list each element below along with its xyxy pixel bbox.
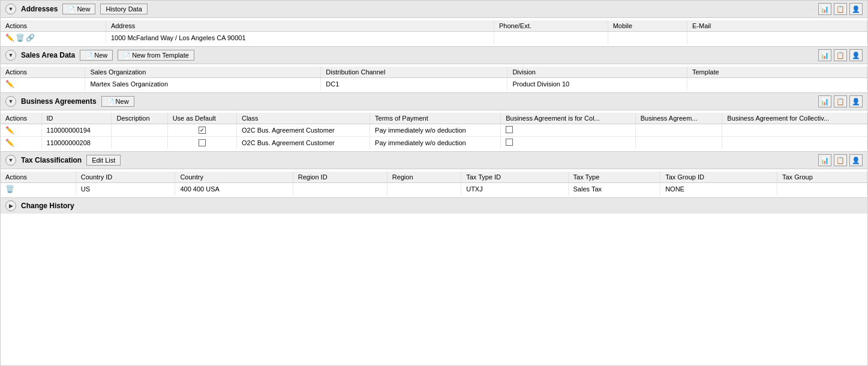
ba-row2-col1 [501, 137, 635, 149]
sales-area-table-wrapper: Actions Sales Organization Distribution … [1, 64, 867, 92]
ba-row1-col3 [722, 124, 867, 137]
tc-row1-tax-type: Sales Tax [568, 183, 660, 196]
tc-row1-region [387, 183, 461, 196]
business-agreements-table: Actions ID Description Use as Default Cl… [1, 113, 867, 149]
addresses-row-address: 1000 McFarland Way / Los Angeles CA 9000… [106, 32, 494, 44]
ba-col1-checkbox-2[interactable] [506, 139, 513, 146]
tax-classification-title: Tax Classification [21, 156, 82, 164]
tax-classification-header-right: 📊 📋 👤 [818, 154, 863, 166]
business-agreements-header-right: 📊 📋 👤 [818, 95, 863, 107]
ba-row2-default [167, 137, 236, 149]
change-history-toggle[interactable]: ▶ [5, 200, 16, 211]
addresses-col-address: Address [106, 20, 494, 32]
ba-col-class: Class [236, 113, 370, 124]
addresses-person-icon[interactable]: 👤 [849, 3, 863, 15]
addresses-toggle[interactable]: ▼ [5, 4, 16, 14]
tax-classification-toggle[interactable]: ▼ [5, 155, 16, 166]
sales-area-row-org: Martex Sales Organization [85, 78, 321, 91]
new-doc-icon: 📄 [68, 6, 75, 13]
tax-classification-table: Actions Country ID Country Region ID Reg… [1, 172, 867, 195]
addresses-row-mobile [608, 32, 687, 44]
addresses-chart-icon[interactable]: 📊 [818, 3, 831, 15]
sales-area-new-button[interactable]: 📄 New [80, 50, 113, 61]
sales-area-row-channel: DC1 [321, 78, 507, 91]
business-agreements-chart-icon[interactable]: 📊 [818, 95, 831, 107]
ba-row1-terms: Pay immediately w/o deduction [370, 124, 501, 137]
business-agreements-toggle[interactable]: ▼ [5, 96, 16, 107]
sales-area-person-icon[interactable]: 👤 [849, 49, 863, 61]
business-agreements-header-row: Actions ID Description Use as Default Cl… [1, 113, 867, 124]
change-history-section: ▶ Change History [1, 198, 867, 214]
use-default-checkbox-2[interactable] [199, 139, 206, 146]
addresses-table: Actions Address Phone/Ext. Mobile E-Mail… [1, 20, 867, 44]
ba-col-terms: Terms of Payment [370, 113, 501, 124]
tc-col-tax-group: Tax Group [777, 172, 867, 183]
sales-area-row-division: Product Division 10 [507, 78, 687, 91]
business-agreements-table-wrapper: Actions ID Description Use as Default Cl… [1, 110, 867, 151]
tc-row1-country: 400 400 USA [175, 183, 293, 196]
sales-area-chart-icon[interactable]: 📊 [818, 49, 831, 61]
addresses-header-row: Actions Address Phone/Ext. Mobile E-Mail [1, 20, 867, 32]
ba-row1-actions: ✏️ [1, 124, 41, 137]
sales-area-section: ▼ Sales Area Data 📄 New 📄 New from Templ… [1, 47, 867, 93]
addresses-history-button[interactable]: History Data [100, 4, 148, 14]
table-row: ✏️ 110000000194 O2C Bus. Agreement Custo… [1, 124, 867, 137]
ba-row2-description [112, 137, 167, 149]
table-row: 🗑️ US 400 400 USA UTXJ Sales Tax NONE [1, 183, 867, 196]
sales-area-table: Actions Sales Organization Distribution … [1, 67, 867, 90]
delete-icon[interactable]: 🗑️ [5, 185, 14, 193]
addresses-export-icon[interactable]: 📋 [834, 3, 847, 15]
ba-row1-col1 [501, 124, 635, 137]
sales-area-export-icon[interactable]: 📋 [834, 49, 847, 61]
ba-col-description: Description [112, 113, 167, 124]
edit-icon[interactable]: ✏️ [5, 80, 14, 88]
edit-icon[interactable]: ✏️ [5, 34, 14, 42]
ba-col-default: Use as Default [167, 113, 236, 124]
ba-row1-default [167, 124, 236, 137]
tc-col-tax-group-id: Tax Group ID [660, 172, 777, 183]
addresses-col-actions: Actions [1, 20, 106, 32]
ba-row1-description [112, 124, 167, 137]
addresses-title: Addresses [21, 5, 58, 13]
business-agreements-export-icon[interactable]: 📋 [834, 95, 847, 107]
link-icon[interactable]: 🔗 [26, 34, 35, 42]
addresses-header-right: 📊 📋 👤 [818, 3, 863, 15]
tc-row1-tax-group-id: NONE [660, 183, 777, 196]
use-default-checkbox-1[interactable] [199, 127, 206, 134]
ba-col-col1: Business Agreement is for Col... [501, 113, 635, 124]
tc-col-tax-type-id: Tax Type ID [461, 172, 568, 183]
addresses-new-button[interactable]: 📄 New [62, 4, 95, 14]
tax-classification-header: ▼ Tax Classification Edit List 📊 📋 👤 [1, 152, 867, 169]
ba-row2-terms: Pay immediately w/o deduction [370, 137, 501, 149]
edit-icon[interactable]: ✏️ [5, 139, 14, 147]
tax-classification-section: ▼ Tax Classification Edit List 📊 📋 👤 Act… [1, 152, 867, 198]
tax-classification-export-icon[interactable]: 📋 [834, 154, 847, 166]
sales-area-header-right: 📊 📋 👤 [818, 49, 863, 61]
addresses-col-email: E-Mail [687, 20, 867, 32]
tc-row1-tax-group [777, 183, 867, 196]
ba-col-actions: Actions [1, 113, 41, 124]
sales-area-row-actions: ✏️ [1, 78, 85, 91]
sales-area-toggle[interactable]: ▼ [5, 50, 16, 61]
table-row: ✏️ 🗑️ 🔗 1000 McFarland Way / Los Angeles… [1, 32, 867, 44]
addresses-row-actions: ✏️ 🗑️ 🔗 [1, 32, 106, 44]
edit-icon[interactable]: ✏️ [5, 126, 14, 134]
addresses-section: ▼ Addresses 📄 New History Data 📊 📋 👤 Act… [1, 1, 867, 47]
ba-col1-checkbox-1[interactable] [506, 126, 513, 133]
tax-classification-edit-list-button[interactable]: Edit List [86, 155, 121, 166]
tax-classification-chart-icon[interactable]: 📊 [818, 154, 831, 166]
sales-area-new-template-button[interactable]: 📄 New from Template [118, 50, 194, 61]
business-agreements-new-button[interactable]: 📄 New [101, 96, 134, 107]
delete-icon[interactable]: 🗑️ [16, 34, 25, 42]
addresses-col-phone: Phone/Ext. [494, 20, 608, 32]
ba-col-id: ID [41, 113, 112, 124]
sales-area-col-template: Template [687, 67, 867, 78]
addresses-col-mobile: Mobile [608, 20, 687, 32]
tc-col-country-id: Country ID [76, 172, 175, 183]
sales-area-col-actions: Actions [1, 67, 85, 78]
business-agreements-section: ▼ Business Agreements 📄 New 📊 📋 👤 Action… [1, 93, 867, 152]
table-row: ✏️ 110000000208 O2C Bus. Agreement Custo… [1, 137, 867, 149]
tax-classification-person-icon[interactable]: 👤 [849, 154, 863, 166]
business-agreements-person-icon[interactable]: 👤 [849, 95, 863, 107]
ba-row2-id: 110000000208 [41, 137, 112, 149]
